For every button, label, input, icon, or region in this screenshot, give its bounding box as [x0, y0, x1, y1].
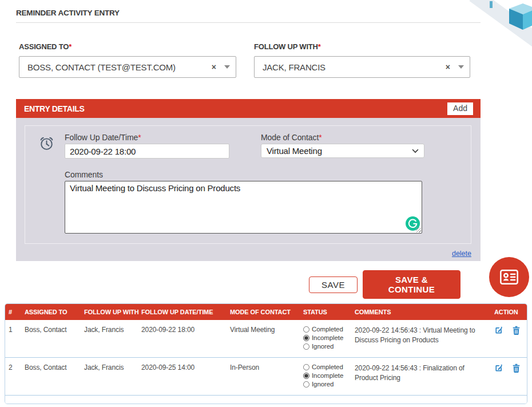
column-header: ACTION — [491, 304, 527, 320]
column-header: COMMENTS — [351, 304, 491, 320]
status-radio-completed[interactable]: Completed — [303, 363, 348, 370]
follow-up-datetime-cell: 2020-09-22 18:00 — [138, 320, 227, 358]
status-radio-incomplete[interactable]: Incomplete — [303, 334, 348, 341]
table-header-row: #ASSIGNED TOFOLLOW UP WITHFOLLOW UP DATE… — [5, 304, 527, 320]
mode-of-contact-value: Virtual Meeting — [267, 146, 322, 156]
entry-details-panel: ENTRY DETAILS Add Follow Up Date/Time* — [16, 99, 481, 261]
status-radio-label: Completed — [312, 326, 343, 333]
follow-up-datetime-input[interactable] — [65, 144, 229, 159]
reminder-activity-page: REMINDER ACTIVITY ENTRY ASSIGNED TO* BOS… — [0, 0, 532, 407]
entry-details-title: ENTRY DETAILS — [24, 104, 85, 113]
mode-of-contact-cell: Virtual Meeting — [227, 320, 300, 358]
select-chevron-icon — [412, 149, 419, 153]
edit-icon[interactable] — [494, 326, 503, 337]
mode-of-contact-cell: In-Person — [227, 358, 300, 396]
save-button[interactable]: SAVE — [309, 276, 358, 293]
comments-cell: 2020-09-22 14:56:43 : Virtual Meeting to… — [351, 320, 491, 358]
assigned-to-cell: Boss, Contact — [21, 358, 81, 396]
status-radio-incomplete[interactable]: Incomplete — [303, 372, 348, 379]
action-cell — [491, 320, 527, 358]
column-header: ASSIGNED TO — [21, 304, 81, 320]
dropdown-arrow-icon[interactable] — [224, 65, 230, 69]
status-cell: CompletedIncompleteIgnored — [300, 320, 351, 358]
status-radio-ignored[interactable]: Ignored — [303, 381, 348, 388]
logo-tick — [490, 1, 493, 8]
follow-up-with-label-text: FOLLOW UP WITH — [254, 42, 318, 51]
alarm-clock-icon — [39, 136, 54, 153]
status-radio-label: Completed — [312, 363, 343, 370]
assigned-to-select[interactable]: BOSS, CONTACT (TEST@TEST.COM) × — [19, 56, 236, 78]
required-asterisk: * — [138, 133, 141, 142]
comments-cell: 2020-09-22 14:56:43 : Finalization of Pr… — [351, 358, 491, 396]
dropdown-arrow-icon[interactable] — [458, 65, 464, 69]
required-asterisk: * — [319, 133, 321, 142]
status-cell: CompletedIncompleteIgnored — [300, 358, 351, 396]
action-cell — [491, 358, 527, 396]
status-radio-label: Incomplete — [312, 372, 343, 379]
cube-logo — [509, 3, 532, 30]
contact-card-fab[interactable] — [489, 257, 529, 297]
comments-text: Virtual Meeting to Discuss Pricing on Pr… — [70, 183, 240, 193]
follow-up-datetime-cell: 2020-09-25 14:00 — [138, 358, 227, 396]
clear-x-icon[interactable]: × — [446, 62, 450, 72]
status-radio-ignored[interactable]: Ignored — [303, 343, 348, 350]
column-header: # — [5, 304, 21, 320]
column-header: FOLLOW UP WITH — [81, 304, 138, 320]
form-actions: SAVE SAVE & CONTINUE — [309, 270, 460, 299]
entry-details-body: Follow Up Date/Time* Mode of Contact* Vi… — [16, 118, 481, 261]
table-row: 2 Boss, Contact Jack, Francis 2020-09-25… — [5, 358, 527, 396]
status-radio-label: Ignored — [312, 381, 334, 388]
follow-up-datetime-label: Follow Up Date/Time* — [65, 133, 229, 142]
required-asterisk: * — [318, 42, 321, 51]
table-footer — [5, 395, 527, 404]
follow-up-with-cell: Jack, Francis — [81, 320, 138, 358]
row-number-cell: 1 — [5, 320, 21, 358]
required-asterisk: * — [69, 42, 72, 51]
column-header: MODE OF CONTACT — [227, 304, 300, 320]
title-divider — [16, 22, 481, 23]
row-number-cell: 2 — [5, 358, 21, 396]
mode-of-contact-label-text: Mode of Contact — [261, 133, 319, 142]
trash-icon[interactable] — [512, 363, 521, 375]
column-header: FOLLOW UP DATE/TIME — [138, 304, 227, 320]
assigned-to-label: ASSIGNED TO* — [19, 42, 236, 51]
clear-x-icon[interactable]: × — [212, 62, 216, 72]
resize-handle-icon[interactable] — [416, 227, 422, 233]
follow-up-datetime-label-text: Follow Up Date/Time — [65, 133, 138, 142]
assigned-to-label-text: ASSIGNED TO — [19, 42, 69, 51]
comments-textarea[interactable]: Virtual Meeting to Discuss Pricing on Pr… — [65, 181, 422, 234]
trash-icon[interactable] — [512, 326, 521, 337]
mode-of-contact-select[interactable]: Virtual Meeting — [261, 144, 424, 158]
status-radio-label: Ignored — [312, 343, 334, 350]
follow-up-with-value: JACK, FRANCIS — [263, 62, 446, 72]
assigned-to-cell: Boss, Contact — [21, 320, 81, 358]
follow-up-with-select[interactable]: JACK, FRANCIS × — [254, 56, 470, 78]
entry-card: Follow Up Date/Time* Mode of Contact* Vi… — [25, 125, 471, 244]
assigned-to-value: BOSS, CONTACT (TEST@TEST.COM) — [27, 62, 212, 72]
mode-of-contact-label: Mode of Contact* — [261, 133, 424, 142]
add-button[interactable]: Add — [447, 102, 473, 115]
contact-card-icon — [498, 266, 521, 289]
page-title: REMINDER ACTIVITY ENTRY — [16, 9, 120, 17]
save-and-continue-button[interactable]: SAVE & CONTINUE — [363, 270, 460, 299]
delete-entry-link[interactable]: delete — [452, 250, 471, 258]
edit-icon[interactable] — [494, 363, 503, 374]
entry-details-header: ENTRY DETAILS Add — [16, 99, 481, 118]
reminder-entries-table: #ASSIGNED TOFOLLOW UP WITHFOLLOW UP DATE… — [5, 303, 527, 404]
status-radio-label: Incomplete — [312, 334, 343, 341]
follow-up-with-cell: Jack, Francis — [81, 358, 138, 396]
comments-label: Comments — [65, 170, 422, 179]
status-radio-completed[interactable]: Completed — [303, 326, 348, 333]
follow-up-with-label: FOLLOW UP WITH* — [254, 42, 470, 51]
table-row: 1 Boss, Contact Jack, Francis 2020-09-22… — [5, 320, 527, 358]
column-header: STATUS — [300, 304, 351, 320]
